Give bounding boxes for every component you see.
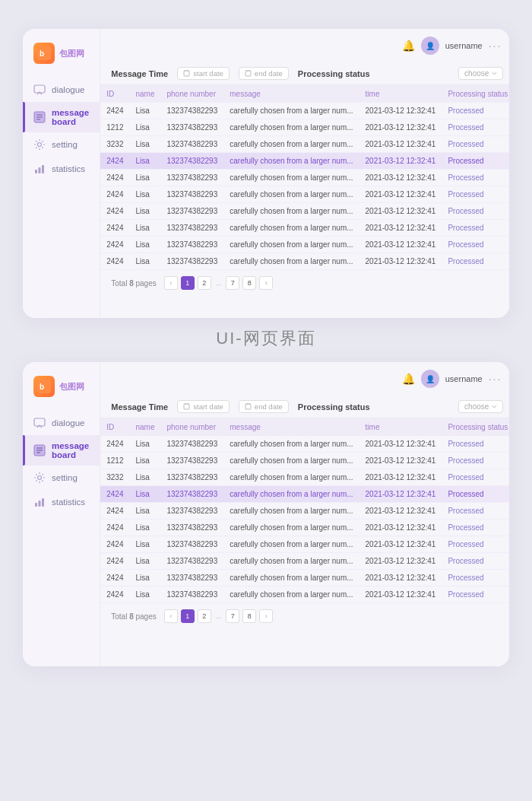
page-btn-2-1[interactable]: 1	[181, 609, 195, 623]
table-row[interactable]: 2424Lisa132374382293carefully chosen fro…	[100, 436, 509, 453]
dots-menu[interactable]: ···	[489, 40, 502, 52]
table-cell: Lisa	[129, 469, 160, 486]
table-cell: Processed	[442, 586, 509, 603]
table-cell: 2021-03-12 12:32:41	[359, 536, 442, 553]
table-cell: Processed	[442, 469, 509, 486]
table-cell: carefully chosen from a larger num...	[223, 103, 359, 119]
table-row[interactable]: 2424Lisa132374382293carefully chosen fro…	[100, 570, 509, 586]
table-cell: Lisa	[129, 203, 160, 220]
total-text: Total 8 pages	[111, 279, 157, 288]
svg-rect-14	[245, 71, 251, 76]
table-row[interactable]: 2424Lisa132374382293carefully chosen fro…	[100, 153, 509, 170]
table-row[interactable]: 1212Lisa132374382293carefully chosen fro…	[100, 119, 509, 136]
sidebar-item-label-message-board: message board	[52, 108, 89, 126]
page-btn-8[interactable]: 8	[242, 276, 256, 290]
col2-status: Processing status	[442, 418, 509, 436]
sidebar-2-item-setting[interactable]: setting	[23, 466, 100, 490]
sidebar-2-item-message-board[interactable]: message board	[23, 435, 100, 466]
table-cell: Lisa	[129, 503, 160, 520]
table-row[interactable]: 1212Lisa132374382293carefully chosen fro…	[100, 453, 509, 469]
next-page-btn-2[interactable]: ›	[259, 609, 273, 623]
status-select[interactable]: choose	[458, 67, 503, 80]
table-cell: 2424	[100, 253, 129, 270]
sidebar-item-setting[interactable]: setting	[23, 132, 100, 157]
bell-icon-2[interactable]: 🔔	[402, 373, 415, 385]
table-row[interactable]: 2424Lisa132374382293carefully chosen fro…	[100, 203, 509, 220]
status-select-2[interactable]: choose	[458, 400, 503, 413]
end-date-text-2: end date	[255, 402, 283, 411]
bell-icon[interactable]: 🔔	[402, 40, 415, 52]
sidebar-item-dialogue[interactable]: dialogue	[23, 78, 100, 102]
svg-rect-25	[35, 503, 37, 507]
table-row[interactable]: 2424Lisa132374382293carefully chosen fro…	[100, 486, 509, 503]
table-row[interactable]: 2424Lisa132374382293carefully chosen fro…	[100, 503, 509, 520]
page-btn-1[interactable]: 1	[181, 276, 195, 290]
table-row[interactable]: 2424Lisa132374382293carefully chosen fro…	[100, 170, 509, 186]
page-btn-2[interactable]: 2	[198, 276, 211, 290]
page-btn-2-2[interactable]: 2	[198, 609, 211, 623]
table-cell: Lisa	[129, 170, 160, 186]
col-phone: phone number	[161, 85, 224, 103]
table-cell: carefully chosen from a larger num...	[223, 186, 359, 203]
prev-page-btn-2[interactable]: ‹	[164, 609, 178, 623]
table-row[interactable]: 3232Lisa132374382293carefully chosen fro…	[100, 136, 509, 153]
page-btn-7[interactable]: 7	[226, 276, 239, 290]
table-row[interactable]: 2424Lisa132374382293carefully chosen fro…	[100, 253, 509, 270]
table-row[interactable]: 2424Lisa132374382293carefully chosen fro…	[100, 103, 509, 119]
username-text-2: username	[445, 374, 483, 383]
sidebar-2-item-dialogue[interactable]: dialogue	[23, 411, 100, 435]
table-cell: Lisa	[129, 220, 160, 237]
table-row[interactable]: 2424Lisa132374382293carefully chosen fro…	[100, 586, 509, 603]
table-cell: 132374382293	[161, 253, 224, 270]
next-page-btn[interactable]: ›	[259, 276, 273, 290]
page-btn-2-8[interactable]: 8	[242, 609, 256, 623]
table-row[interactable]: 3232Lisa132374382293carefully chosen fro…	[100, 469, 509, 486]
table-row[interactable]: 2424Lisa132374382293carefully chosen fro…	[100, 237, 509, 253]
table-cell: Processed	[442, 136, 509, 153]
top-bar: 🔔 👤 username ···	[100, 29, 509, 62]
total-text-2: Total 8 pages	[111, 612, 157, 621]
col-time: time	[359, 85, 442, 103]
table-cell: 2021-03-12 12:32:41	[359, 253, 442, 270]
table-cell: Lisa	[129, 253, 160, 270]
table-cell: 2021-03-12 12:32:41	[359, 119, 442, 136]
table-cell: 2021-03-12 12:32:41	[359, 553, 442, 570]
page-btn-2-7[interactable]: 7	[226, 609, 239, 623]
start-date-text-2: start date	[193, 402, 223, 411]
table-row[interactable]: 2424Lisa132374382293carefully chosen fro…	[100, 553, 509, 570]
table-cell: 132374382293	[161, 153, 224, 170]
table-cell: 2021-03-12 12:32:41	[359, 186, 442, 203]
start-date-input[interactable]: start date	[177, 67, 230, 80]
sidebar-2-item-statistics[interactable]: statistics	[23, 490, 100, 514]
table-cell: 132374382293	[161, 186, 224, 203]
table-cell: 2424	[100, 436, 129, 453]
setting-icon-2	[33, 472, 46, 484]
table-cell: Processed	[442, 119, 509, 136]
sidebar-item-statistics[interactable]: statistics	[23, 157, 100, 181]
logo-area: b 包图网	[23, 43, 100, 78]
ui-card-top: b 包图网 dialogue message board	[23, 29, 509, 318]
table-cell: Lisa	[129, 553, 160, 570]
table-cell: carefully chosen from a larger num...	[223, 486, 359, 503]
col-id: ID	[100, 85, 129, 103]
table-row[interactable]: 2424Lisa132374382293carefully chosen fro…	[100, 536, 509, 553]
end-date-input-2[interactable]: end date	[239, 400, 289, 413]
svg-rect-10	[42, 165, 44, 173]
table-cell: 2021-03-12 12:32:41	[359, 570, 442, 586]
table-cell: 3232	[100, 469, 129, 486]
end-date-input[interactable]: end date	[239, 67, 289, 80]
statistics-icon	[33, 163, 46, 175]
table-row[interactable]: 2424Lisa132374382293carefully chosen fro…	[100, 186, 509, 203]
prev-page-btn[interactable]: ‹	[164, 276, 178, 290]
table-cell: 2021-03-12 12:32:41	[359, 520, 442, 536]
sidebar-item-message-board[interactable]: message board	[23, 102, 100, 132]
logo-icon: b	[33, 43, 55, 64]
ui-card-bottom: b 包图网 dialogue message board	[23, 362, 509, 666]
table-row[interactable]: 2424Lisa132374382293carefully chosen fro…	[100, 520, 509, 536]
start-date-input-2[interactable]: start date	[177, 400, 230, 413]
table-cell: Lisa	[129, 103, 160, 119]
table-row[interactable]: 2424Lisa132374382293carefully chosen fro…	[100, 220, 509, 237]
table-cell: 2021-03-12 12:32:41	[359, 203, 442, 220]
processing-status-label: Processing status	[298, 69, 370, 78]
dots-menu-2[interactable]: ···	[489, 373, 502, 385]
